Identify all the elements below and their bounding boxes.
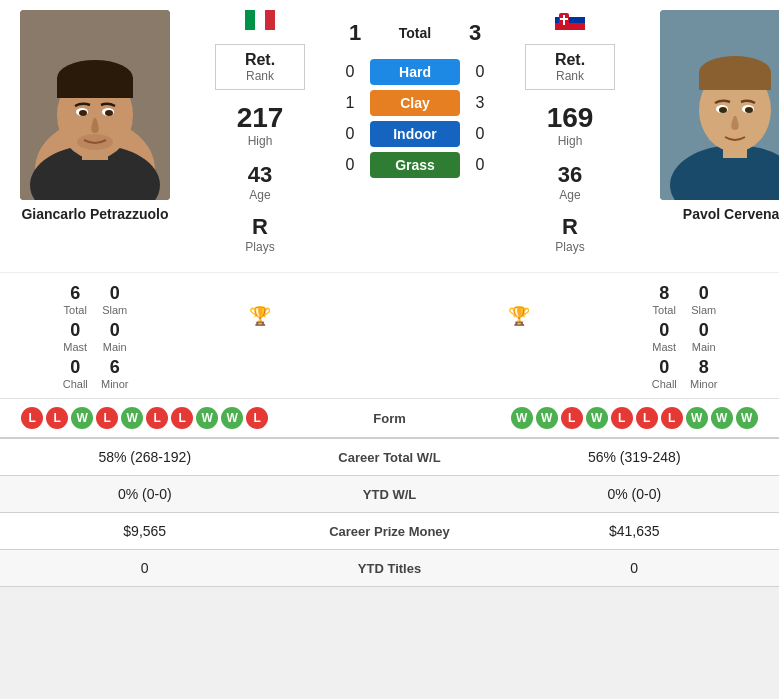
player-right-stats-grid: 8 Total 0 Slam 0 Mast 0 Main 0 Chall: [589, 277, 779, 390]
svg-rect-6: [57, 78, 133, 98]
left-mast-cell: 0 Mast: [61, 320, 89, 353]
stats-left-2: $9,565: [0, 523, 290, 539]
surface-indoor: 0 Indoor 0: [330, 121, 500, 147]
center-panel: 1 Total 3 0 Hard 0 1 Clay 3 0 Indoor: [330, 10, 500, 262]
right-stats-grid: 8 Total 0 Slam 0 Mast 0 Main 0 Chall: [650, 283, 717, 390]
left-form-badge-8: W: [221, 407, 243, 429]
player-right-photo-area: Pavol Cervenak: [640, 10, 779, 262]
left-form-badge-5: L: [146, 407, 168, 429]
left-stats-grid: 6 Total 0 Slam 0 Mast 0 Main 0 Chall: [61, 283, 128, 390]
player-right-plays: R Plays: [555, 216, 584, 254]
stats-right-3: 0: [490, 560, 780, 576]
player-right-stats: Ret. Rank 169 High 36 Age R Plays: [500, 10, 640, 262]
stats-row-1: 0% (0-0)YTD W/L0% (0-0): [0, 476, 779, 513]
left-form-badge-6: L: [171, 407, 193, 429]
player-left-flag: [245, 10, 275, 34]
grass-badge: Grass: [370, 152, 460, 178]
svg-point-10: [105, 110, 113, 116]
left-chall-cell: 0 Chall: [61, 357, 89, 390]
stats-center-3: YTD Titles: [290, 561, 490, 576]
surface-grass: 0 Grass 0: [330, 152, 500, 178]
left-form-badge-7: W: [196, 407, 218, 429]
player-left-high: 217 High: [237, 104, 284, 148]
right-form-badge-0: W: [511, 407, 533, 429]
left-form-badges: LLWLWLLWWL: [0, 407, 290, 429]
svg-rect-12: [245, 10, 255, 30]
left-form-badge-2: W: [71, 407, 93, 429]
player-right-flag: [555, 10, 585, 34]
surface-clay: 1 Clay 3: [330, 90, 500, 116]
svg-rect-26: [699, 72, 771, 90]
player-left-plays: R Plays: [245, 216, 274, 254]
clay-badge: Clay: [370, 90, 460, 116]
indoor-badge: Indoor: [370, 121, 460, 147]
center-spacer: [330, 277, 449, 390]
stats-row-0: 58% (268-192)Career Total W/L56% (319-24…: [0, 439, 779, 476]
stats-left-1: 0% (0-0): [0, 486, 290, 502]
stats-right-1: 0% (0-0): [490, 486, 780, 502]
right-form-badge-5: L: [636, 407, 658, 429]
right-main-cell: 0 Main: [690, 320, 718, 353]
total-row: 1 Total 3: [330, 20, 500, 46]
right-spacer: 🏆: [449, 277, 589, 390]
form-label: Form: [290, 411, 490, 426]
player-left-name: Giancarlo Petrazzuolo: [21, 206, 168, 222]
left-form-badge-1: L: [46, 407, 68, 429]
right-form-badge-3: W: [586, 407, 608, 429]
stats-center-1: YTD W/L: [290, 487, 490, 502]
left-trophy-icon: 🏆: [249, 305, 271, 327]
stats-row-2: $9,565Career Prize Money$41,635: [0, 513, 779, 550]
svg-rect-13: [255, 10, 265, 30]
right-form-badge-2: L: [561, 407, 583, 429]
left-spacer: 🏆: [190, 277, 330, 390]
right-form-badges: WWLWLLLWWW: [490, 407, 780, 429]
right-form-badge-6: L: [661, 407, 683, 429]
right-minor-cell: 8 Minor: [690, 357, 718, 390]
left-trophy-row: 🏆: [190, 305, 330, 327]
player-right-photo: [660, 10, 779, 200]
stats-right-0: 56% (319-248): [490, 449, 780, 465]
player-right-name: Pavol Cervenak: [683, 206, 779, 222]
stats-left-0: 58% (268-192): [0, 449, 290, 465]
stats-table: 58% (268-192)Career Total W/L56% (319-24…: [0, 438, 779, 587]
stats-center-0: Career Total W/L: [290, 450, 490, 465]
stats-center-2: Career Prize Money: [290, 524, 490, 539]
player-left-age: 43 Age: [248, 164, 272, 202]
right-trophy-icon: 🏆: [508, 305, 530, 327]
player-left-photo: [20, 10, 170, 200]
player-comparison: Giancarlo Petrazzuolo Ret. Rank 217 High: [0, 0, 779, 272]
player-right-age: 36 Age: [558, 164, 582, 202]
player-left-stats: Ret. Rank 217 High 43 Age R Plays: [190, 10, 330, 262]
right-chall-cell: 0 Chall: [650, 357, 678, 390]
hard-badge: Hard: [370, 59, 460, 85]
right-trophy-row: 🏆: [449, 305, 589, 327]
left-form-badge-4: W: [121, 407, 143, 429]
surface-rows: 0 Hard 0 1 Clay 3 0 Indoor 0 0 Grass: [330, 54, 500, 183]
left-form-badge-0: L: [21, 407, 43, 429]
player-right-rank: Ret. Rank: [525, 44, 615, 90]
right-form-badge-4: L: [611, 407, 633, 429]
left-total-cell: 6 Total: [61, 283, 89, 316]
stats-row-3: 0YTD Titles0: [0, 550, 779, 587]
right-form-badge-8: W: [711, 407, 733, 429]
left-minor-cell: 6 Minor: [101, 357, 129, 390]
left-form-badge-3: L: [96, 407, 118, 429]
svg-point-11: [77, 134, 113, 150]
svg-point-29: [719, 107, 727, 113]
svg-point-9: [79, 110, 87, 116]
surface-hard: 0 Hard 0: [330, 59, 500, 85]
right-form-badge-7: W: [686, 407, 708, 429]
svg-point-30: [745, 107, 753, 113]
player-left-stats-grid: 6 Total 0 Slam 0 Mast 0 Main 0 Chall: [0, 277, 190, 390]
right-total-cell: 8 Total: [650, 283, 678, 316]
right-form-badge-9: W: [736, 407, 758, 429]
player-right-high: 169 High: [547, 104, 594, 148]
form-section: LLWLWLLWWL Form WWLWLLLWWW: [0, 399, 779, 438]
player-stats-row: 6 Total 0 Slam 0 Mast 0 Main 0 Chall: [0, 272, 779, 398]
main-container: Giancarlo Petrazzuolo Ret. Rank 217 High: [0, 0, 779, 587]
right-mast-cell: 0 Mast: [650, 320, 678, 353]
left-slam-cell: 0 Slam: [101, 283, 129, 316]
stats-left-3: 0: [0, 560, 290, 576]
svg-rect-20: [560, 18, 568, 20]
left-main-cell: 0 Main: [101, 320, 129, 353]
